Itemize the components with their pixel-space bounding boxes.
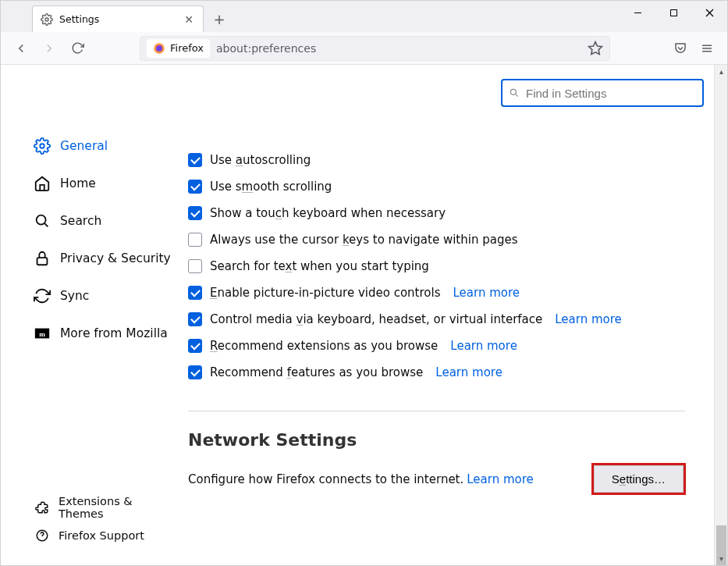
checkbox[interactable] bbox=[188, 259, 202, 273]
sidebar-item-general[interactable]: General bbox=[1, 127, 188, 165]
minimize-button[interactable] bbox=[620, 1, 655, 24]
settings-search-field[interactable] bbox=[501, 79, 704, 107]
scroll-down-button[interactable]: ▾ bbox=[715, 552, 728, 565]
learn-more-link[interactable]: Learn more bbox=[435, 365, 502, 379]
sidebar-item-label: More from Mozilla bbox=[60, 326, 168, 340]
network-settings-row: Configure how Firefox connects to the in… bbox=[188, 465, 696, 493]
sidebar-item-label: Search bbox=[60, 214, 101, 228]
close-tab-button[interactable]: ✕ bbox=[183, 13, 195, 26]
identity-label: Firefox bbox=[170, 42, 204, 54]
window-controls bbox=[620, 1, 727, 32]
sidebar-item-search[interactable]: Search bbox=[1, 202, 188, 240]
checkbox[interactable] bbox=[188, 365, 202, 379]
option-row: Control media via keyboard, headset, or … bbox=[188, 312, 696, 326]
svg-point-11 bbox=[40, 144, 44, 148]
settings-content: General Home Search Privacy & Security S… bbox=[1, 65, 727, 565]
sidebar-extensions-themes[interactable]: Extensions & Themes bbox=[1, 493, 188, 522]
option-row: Show a touch keyboard when necessary bbox=[188, 206, 696, 220]
sidebar-item-more-mozilla[interactable]: m More from Mozilla bbox=[1, 315, 188, 352]
checkbox[interactable] bbox=[188, 180, 202, 194]
network-settings-button[interactable]: Settings… bbox=[594, 465, 684, 493]
url-bar[interactable]: Firefox about:preferences bbox=[140, 36, 610, 61]
settings-search-input[interactable] bbox=[524, 86, 696, 101]
sidebar-item-label: Home bbox=[60, 176, 96, 190]
option-label[interactable]: Always use the cursor keys to navigate w… bbox=[210, 233, 517, 247]
help-icon bbox=[35, 529, 49, 543]
sidebar-item-sync[interactable]: Sync bbox=[1, 277, 188, 315]
search-icon bbox=[509, 87, 520, 98]
checkbox[interactable] bbox=[188, 312, 202, 326]
option-label[interactable]: Recommend extensions as you browse bbox=[210, 339, 438, 353]
sidebar-firefox-support[interactable]: Firefox Support bbox=[1, 522, 188, 550]
option-label[interactable]: Control media via keyboard, headset, or … bbox=[210, 312, 542, 326]
option-row: Search for text when you start typing bbox=[188, 259, 696, 273]
network-learn-more-link[interactable]: Learn more bbox=[467, 472, 534, 486]
tab-strip: Settings ✕ + bbox=[1, 1, 727, 32]
forward-button[interactable] bbox=[37, 36, 62, 61]
option-label[interactable]: Show a touch keyboard when necessary bbox=[210, 206, 446, 220]
learn-more-link[interactable]: Learn more bbox=[453, 286, 520, 300]
firefox-icon bbox=[153, 42, 165, 55]
back-button[interactable] bbox=[9, 36, 34, 61]
svg-point-12 bbox=[37, 215, 46, 225]
option-row: Recommend features as you browseLearn mo… bbox=[188, 365, 696, 379]
option-label[interactable]: Use autoscrolling bbox=[210, 153, 311, 167]
home-icon bbox=[34, 175, 51, 192]
learn-more-link[interactable]: Learn more bbox=[450, 339, 517, 353]
sidebar-item-label: Firefox Support bbox=[59, 529, 144, 542]
settings-sidebar: General Home Search Privacy & Security S… bbox=[1, 65, 188, 565]
option-label[interactable]: Enable picture-in-picture video controls bbox=[210, 286, 440, 300]
vertical-scrollbar[interactable]: ▴ ▾ bbox=[714, 65, 727, 565]
sidebar-bottom: Extensions & Themes Firefox Support bbox=[1, 493, 188, 565]
scroll-up-button[interactable]: ▴ bbox=[715, 65, 728, 78]
network-desc: Configure how Firefox connects to the in… bbox=[188, 472, 463, 486]
search-icon bbox=[34, 212, 51, 230]
maximize-button[interactable] bbox=[655, 1, 691, 24]
option-row: Use smooth scrolling bbox=[188, 180, 696, 194]
reload-button[interactable] bbox=[65, 36, 90, 61]
mozilla-icon: m bbox=[34, 325, 51, 342]
sidebar-item-label: Privacy & Security bbox=[60, 251, 171, 265]
svg-marker-7 bbox=[589, 41, 602, 54]
option-row: Always use the cursor keys to navigate w… bbox=[188, 233, 696, 247]
checkbox[interactable] bbox=[188, 206, 202, 220]
option-label[interactable]: Recommend features as you browse bbox=[210, 365, 423, 379]
browsing-options: Use autoscrollingUse smooth scrollingSho… bbox=[188, 153, 696, 379]
learn-more-link[interactable]: Learn more bbox=[555, 312, 622, 326]
new-tab-button[interactable]: + bbox=[208, 8, 230, 30]
url-text: about:preferences bbox=[216, 42, 316, 55]
sidebar-item-home[interactable]: Home bbox=[1, 165, 188, 202]
sidebar-item-label: General bbox=[60, 139, 108, 153]
identity-box[interactable]: Firefox bbox=[147, 39, 210, 58]
settings-main-pane: Use autoscrollingUse smooth scrollingSho… bbox=[188, 65, 727, 565]
svg-line-20 bbox=[515, 94, 517, 96]
svg-point-0 bbox=[45, 18, 48, 21]
puzzle-icon bbox=[35, 500, 49, 514]
checkbox[interactable] bbox=[188, 286, 202, 300]
browser-tab-settings[interactable]: Settings ✕ bbox=[32, 5, 204, 32]
gear-icon bbox=[41, 13, 53, 26]
nav-toolbar: Firefox about:preferences bbox=[1, 32, 727, 65]
sidebar-item-label: Sync bbox=[60, 289, 89, 303]
option-row: Enable picture-in-picture video controls… bbox=[188, 286, 696, 300]
option-label[interactable]: Use smooth scrolling bbox=[210, 180, 332, 194]
gear-icon bbox=[34, 137, 51, 155]
bookmark-star-icon[interactable] bbox=[588, 41, 603, 56]
svg-text:m: m bbox=[39, 330, 45, 338]
tab-title: Settings bbox=[59, 13, 99, 25]
svg-point-6 bbox=[156, 45, 162, 52]
svg-rect-2 bbox=[670, 9, 677, 16]
sidebar-item-privacy[interactable]: Privacy & Security bbox=[1, 240, 188, 277]
checkbox[interactable] bbox=[188, 233, 202, 247]
app-menu-button[interactable] bbox=[694, 36, 719, 61]
sidebar-item-label: Extensions & Themes bbox=[59, 495, 180, 520]
network-settings-heading: Network Settings bbox=[188, 430, 696, 450]
svg-point-19 bbox=[510, 89, 516, 94]
save-to-pocket-button[interactable] bbox=[668, 36, 693, 61]
checkbox[interactable] bbox=[188, 339, 202, 353]
section-divider bbox=[188, 411, 685, 411]
checkbox[interactable] bbox=[188, 153, 202, 167]
option-label[interactable]: Search for text when you start typing bbox=[210, 259, 429, 273]
close-window-button[interactable] bbox=[691, 1, 727, 24]
option-row: Use autoscrolling bbox=[188, 153, 696, 167]
